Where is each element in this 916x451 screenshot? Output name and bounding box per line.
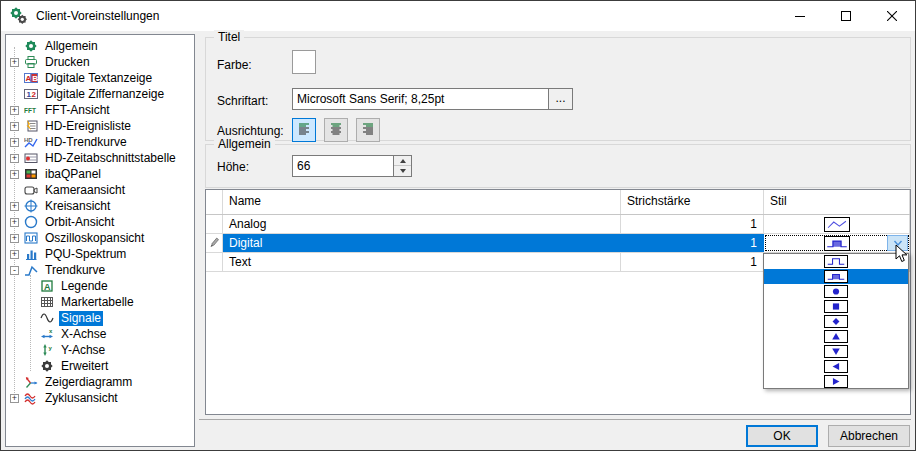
cell-strichstaerke[interactable]: 1 (621, 215, 764, 233)
expand-plus-icon[interactable]: + (10, 58, 19, 67)
allgemein-group: Allgemein Höhe: (205, 144, 911, 188)
column-header-name[interactable]: Name (223, 190, 621, 214)
align-left-button[interactable] (292, 118, 316, 142)
ok-button[interactable]: OK (746, 425, 818, 447)
tree-item-label: Erweitert (59, 359, 110, 374)
tree-item-kameraansicht[interactable]: Kameraansicht (6, 182, 194, 198)
hoehe-label: Höhe: (217, 160, 249, 174)
spectrum-icon (23, 247, 39, 261)
hd-table-icon (23, 151, 39, 165)
style-option-circle[interactable] (764, 284, 908, 299)
expand-plus-icon[interactable]: + (10, 218, 19, 227)
svg-text:B: B (32, 74, 38, 83)
cell-name[interactable]: Analog (223, 215, 621, 233)
tree-item-label: Y-Achse (59, 343, 107, 358)
tree-item-label: Orbit-Ansicht (43, 215, 116, 230)
minimize-button[interactable] (777, 1, 823, 31)
tree-item-hd-zeitabschnittstabelle[interactable]: +HD-Zeitabschnittstabelle (6, 150, 194, 166)
tree-item-hd-trendkurve[interactable]: +HDHD-Trendkurve (6, 134, 194, 150)
style-option-triangle-up[interactable] (764, 329, 908, 344)
tree-item-label: Kreisansicht (43, 199, 112, 214)
align-center-button[interactable] (324, 118, 348, 142)
style-option-triangle-right[interactable] (764, 374, 908, 389)
expand-plus-icon[interactable]: + (10, 106, 19, 115)
tree-item-label: ibaQPanel (43, 167, 103, 182)
close-button[interactable] (869, 1, 915, 31)
style-step-filled-icon (824, 236, 850, 251)
maximize-button[interactable] (823, 1, 869, 31)
row-indicator-cell (206, 215, 223, 233)
cell-name[interactable]: Text (223, 253, 621, 271)
style-option-triangle-left[interactable] (764, 359, 908, 374)
expand-plus-icon[interactable]: + (10, 138, 19, 147)
tree-item-zyklusansicht[interactable]: +Zyklusansicht (6, 390, 194, 406)
tree-item-digitale-ziffernanzeige[interactable]: 12Digitale Ziffernanzeige (6, 86, 194, 102)
tree-item-fft-ansicht[interactable]: +FFTFFT-Ansicht (6, 102, 194, 118)
tree-item-digitale-textanzeige[interactable]: ABDigitale Textanzeige (6, 70, 194, 86)
expand-plus-icon[interactable]: + (10, 170, 19, 179)
cancel-button[interactable]: Abbrechen (828, 425, 910, 447)
expand-plus-icon[interactable]: + (10, 154, 19, 163)
tree-item-erweitert[interactable]: Erweitert (6, 358, 194, 374)
tree-item-markertabelle[interactable]: Markertabelle (6, 294, 194, 310)
style-option-step-filled[interactable] (764, 269, 908, 284)
cell-stil[interactable] (764, 234, 910, 252)
tree-item-drucken[interactable]: +Drucken (6, 54, 194, 70)
tree-item-oszilloskopansicht[interactable]: +Oszilloskopansicht (6, 230, 194, 246)
font-browse-button[interactable]: ... (549, 88, 573, 110)
sine-icon (39, 311, 55, 325)
up-arrow-icon (400, 159, 406, 163)
expand-plus-icon[interactable]: + (10, 234, 19, 243)
align-right-button[interactable] (356, 118, 380, 142)
expand-plus-icon[interactable]: + (10, 250, 19, 259)
column-header-strichst-rke[interactable]: Strichstärke (621, 190, 764, 214)
tree-item-label: FFT-Ansicht (43, 103, 112, 118)
app-gears-icon (10, 7, 28, 25)
window-title: Client-Voreinstellungen (36, 9, 159, 23)
cell-name[interactable]: Digital (223, 234, 621, 252)
cell-strichstaerke[interactable]: 1 (621, 253, 764, 271)
tree-item-ibaqpanel[interactable]: +ibaQPanel (6, 166, 194, 182)
printer-icon (23, 55, 39, 69)
collapse-minus-icon[interactable]: - (10, 266, 19, 275)
tree-item-label: X-Achse (59, 327, 108, 342)
tree-item-hd-ereignisliste[interactable]: +HD-Ereignisliste (6, 118, 194, 134)
tree-item-zeigerdiagramm[interactable]: Zeigerdiagramm (6, 374, 194, 390)
cell-strichstaerke[interactable]: 1 (621, 234, 764, 252)
expand-plus-icon[interactable]: + (10, 394, 19, 403)
tree-item-allgemein[interactable]: Allgemein (6, 38, 194, 54)
tree-item-trendkurve[interactable]: -Trendkurve (6, 262, 194, 278)
style-option-step-outline[interactable] (764, 254, 908, 269)
row-indicator-cell (206, 234, 223, 252)
close-icon (887, 11, 897, 21)
expand-plus-icon[interactable]: + (10, 122, 19, 131)
tree-item-label: Trendkurve (43, 263, 107, 278)
marker-table-icon (39, 295, 55, 309)
tree-item-signale[interactable]: Signale (6, 310, 194, 326)
minimize-icon (795, 11, 805, 21)
tree-item-pqu-spektrum[interactable]: +PQU-Spektrum (6, 246, 194, 262)
down-arrow-icon (400, 169, 406, 173)
style-option-diamond[interactable] (764, 314, 908, 329)
font-input[interactable] (292, 88, 549, 110)
title-color-picker[interactable] (292, 50, 316, 74)
column-header-stil[interactable]: Stil (764, 190, 910, 214)
tree-item-legende[interactable]: ALegende (6, 278, 194, 294)
spin-down-button[interactable] (394, 166, 411, 176)
style-option-square[interactable] (764, 299, 908, 314)
tree-item-kreisansicht[interactable]: +Kreisansicht (6, 198, 194, 214)
table-row-analog[interactable]: Analog1 (206, 215, 910, 234)
tree-item-label: Zyklusansicht (43, 391, 120, 406)
tree-item-x-achse[interactable]: xX-Achse (6, 326, 194, 342)
expand-plus-icon[interactable]: + (10, 202, 19, 211)
tree-item-y-achse[interactable]: yY-Achse (6, 342, 194, 358)
style-option-triangle-down[interactable] (764, 344, 908, 359)
cell-stil[interactable] (764, 215, 910, 233)
align-center-icon (329, 122, 343, 139)
spin-up-button[interactable] (394, 156, 411, 166)
tree-item-orbit-ansicht[interactable]: +Orbit-Ansicht (6, 214, 194, 230)
tree-item-label: Signale (59, 311, 103, 326)
hoehe-input[interactable] (293, 156, 389, 176)
table-row-digital[interactable]: Digital1 (206, 234, 910, 253)
maximize-icon (841, 11, 851, 21)
